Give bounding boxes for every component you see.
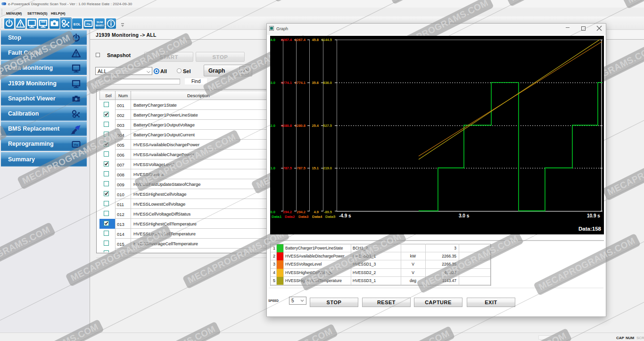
svg-text:EOL: EOL xyxy=(74,22,81,26)
svg-text:SUM: SUM xyxy=(97,21,103,24)
svg-text:Fla: Fla xyxy=(86,23,91,25)
svg-text:939: 939 xyxy=(41,20,45,23)
svg-text:MARY: MARY xyxy=(96,24,104,27)
svg-text:Fla: Fla xyxy=(74,143,78,146)
